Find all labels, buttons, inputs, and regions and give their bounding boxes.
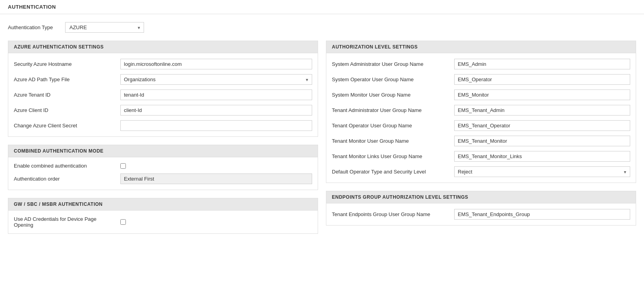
azure-secret-row: Change Azure Client Secret [14, 120, 312, 131]
combined-section-header: COMBINED AUTHENTICATION MODE [8, 145, 318, 157]
azure-path-select-wrapper[interactable]: Organizations Common Consumers ▼ [120, 74, 312, 85]
auth-type-select[interactable]: AZURE LOCAL LDAP [65, 22, 144, 33]
azure-client-row: Azure Client ID [14, 105, 312, 116]
azure-hostname-input[interactable] [120, 59, 312, 69]
azure-path-label: Azure AD Path Type File [14, 76, 116, 82]
tenant-operator-label: Tenant Operator User Group Name [332, 123, 450, 129]
sys-operator-label: System Operator User Group Name [332, 76, 450, 82]
azure-section-body: Security Azure Hostname Azure AD Path Ty… [8, 53, 318, 136]
auth-type-row: Authentication Type AZURE LOCAL LDAP ▼ [8, 22, 636, 33]
combined-enable-checkbox[interactable] [120, 163, 126, 169]
auth-type-label: Authentication Type [8, 24, 59, 30]
tenant-endpoints-label: Tenant Endpoints Group User Group Name [332, 211, 450, 217]
combined-enable-label: Enable combined authentication [14, 163, 116, 169]
auth-order-row: Authentication order External First [14, 173, 312, 184]
tenant-monitor-row: Tenant Monitor User Group Name [332, 136, 630, 146]
combined-section: COMBINED AUTHENTICATION MODE Enable comb… [8, 145, 318, 190]
azure-tenant-input[interactable] [120, 90, 312, 100]
right-column: AUTHORIZATION LEVEL SETTINGS System Admi… [326, 41, 636, 242]
sys-admin-row: System Administrator User Group Name [332, 59, 630, 69]
tenant-monitor-input[interactable] [454, 136, 630, 146]
tenant-monitor-label: Tenant Monitor User Group Name [332, 138, 450, 144]
combined-section-body: Enable combined authentication Authentic… [8, 157, 318, 190]
endpoints-section-body: Tenant Endpoints Group User Group Name [326, 203, 636, 225]
default-operator-row: Default Operator Type and Security Level… [332, 166, 630, 177]
auth-order-label: Authentication order [14, 176, 116, 182]
azure-tenant-row: Azure Tenant ID [14, 90, 312, 100]
azure-hostname-label: Security Azure Hostname [14, 61, 116, 67]
tenant-admin-row: Tenant Administrator User Group Name [332, 105, 630, 116]
sys-operator-row: System Operator User Group Name [332, 74, 630, 85]
sys-admin-input[interactable] [454, 59, 630, 69]
sys-monitor-input[interactable] [454, 90, 630, 100]
authorization-section: AUTHORIZATION LEVEL SETTINGS System Admi… [326, 41, 636, 183]
gw-section-body: Use AD Credentials for Device Page Openi… [8, 211, 318, 233]
tenant-monitor-links-row: Tenant Monitor Links User Group Name [332, 151, 630, 162]
azure-secret-input[interactable] [120, 120, 312, 131]
combined-enable-row: Enable combined authentication [14, 163, 312, 169]
gw-ad-checkbox[interactable] [120, 219, 126, 225]
gw-ad-label: Use AD Credentials for Device Page Openi… [14, 216, 116, 228]
sys-operator-input[interactable] [454, 74, 630, 85]
tenant-admin-label: Tenant Administrator User Group Name [332, 107, 450, 113]
authorization-section-header: AUTHORIZATION LEVEL SETTINGS [326, 41, 636, 53]
tenant-endpoints-row: Tenant Endpoints Group User Group Name [332, 209, 630, 220]
azure-client-label: Azure Client ID [14, 107, 116, 113]
azure-tenant-label: Azure Tenant ID [14, 92, 116, 98]
azure-secret-label: Change Azure Client Secret [14, 123, 116, 129]
gw-section-header: GW / SBC / MSBR AUTHENTICATION [8, 198, 318, 211]
authorization-section-body: System Administrator User Group Name Sys… [326, 53, 636, 183]
default-operator-select[interactable]: Reject Allow [454, 166, 630, 177]
azure-path-row: Azure AD Path Type File Organizations Co… [14, 74, 312, 85]
azure-section-header: AZURE AUTHENTICATION SETTINGS [8, 41, 318, 53]
azure-hostname-row: Security Azure Hostname [14, 59, 312, 69]
auth-order-value: External First [120, 173, 312, 184]
gw-ad-row: Use AD Credentials for Device Page Openi… [14, 216, 312, 228]
endpoints-section-header: ENDPOINTS GROUP AUTHORIZATION LEVEL SETT… [326, 191, 636, 203]
azure-path-select[interactable]: Organizations Common Consumers [120, 74, 312, 85]
page-title: AUTHENTICATION [0, 0, 644, 14]
tenant-operator-row: Tenant Operator User Group Name [332, 120, 630, 131]
auth-type-select-wrapper[interactable]: AZURE LOCAL LDAP ▼ [65, 22, 144, 33]
azure-client-input[interactable] [120, 105, 312, 116]
sys-monitor-row: System Monitor User Group Name [332, 90, 630, 100]
tenant-endpoints-input[interactable] [454, 209, 630, 220]
tenant-monitor-links-input[interactable] [454, 151, 630, 162]
gw-section: GW / SBC / MSBR AUTHENTICATION Use AD Cr… [8, 198, 318, 234]
main-two-col: AZURE AUTHENTICATION SETTINGS Security A… [8, 41, 636, 242]
sys-admin-label: System Administrator User Group Name [332, 61, 450, 67]
left-column: AZURE AUTHENTICATION SETTINGS Security A… [8, 41, 318, 242]
sys-monitor-label: System Monitor User Group Name [332, 92, 450, 98]
tenant-admin-input[interactable] [454, 105, 630, 116]
azure-section: AZURE AUTHENTICATION SETTINGS Security A… [8, 41, 318, 137]
tenant-operator-input[interactable] [454, 120, 630, 131]
default-operator-label: Default Operator Type and Security Level [332, 169, 450, 175]
default-operator-select-wrapper[interactable]: Reject Allow ▼ [454, 166, 630, 177]
tenant-monitor-links-label: Tenant Monitor Links User Group Name [332, 153, 450, 159]
endpoints-section: ENDPOINTS GROUP AUTHORIZATION LEVEL SETT… [326, 191, 636, 226]
